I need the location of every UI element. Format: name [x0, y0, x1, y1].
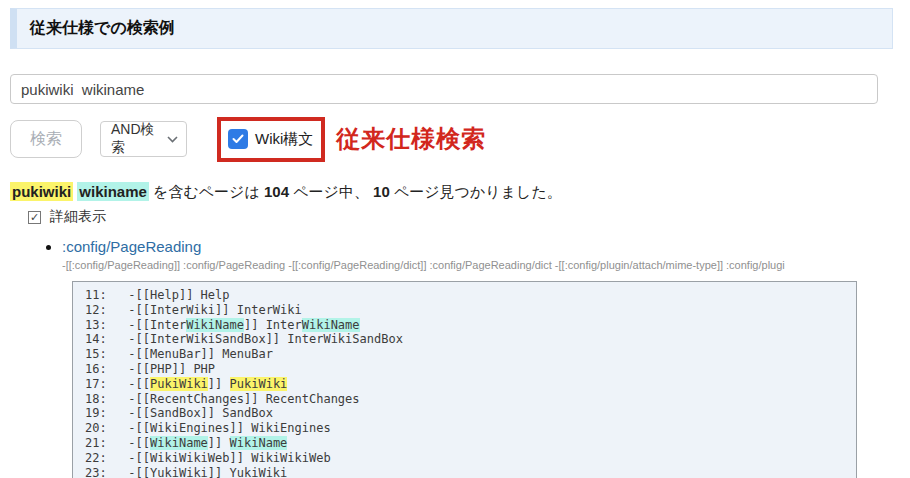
code-line: 13: -[[InterWikiName]] InterWikiName: [85, 318, 856, 333]
detail-checkbox-row[interactable]: 詳細表示: [28, 208, 106, 226]
text-run: -[[RecentChanges]] RecentChanges: [128, 392, 359, 406]
line-number: 12:: [85, 303, 128, 317]
text-run: -[[PHP]] PHP: [128, 362, 215, 376]
text-run: ページ中、: [289, 183, 373, 200]
page: 従来仕様での検索例 検索 AND検索 Wiki構文 従来仕様検索 pukiwik…: [0, 8, 910, 478]
highlighted-term: WikiName: [302, 318, 360, 332]
text-run: ]] Inter: [244, 318, 302, 332]
section-header: 従来仕様での検索例: [10, 8, 893, 49]
result-summary: pukiwiki wikiname を含むページは 104 ページ中、 10 ペ…: [10, 183, 910, 202]
highlighted-term: PukiWiki: [230, 377, 288, 391]
annotation-highlight-box: Wiki構文: [217, 117, 325, 162]
code-block: 11: -[[Help]] Help12: -[[InterWiki]] Int…: [72, 281, 857, 478]
search-input[interactable]: [10, 74, 878, 104]
code-line: 12: -[[InterWiki]] InterWiki: [85, 303, 856, 318]
highlighted-term: WikiName: [230, 436, 288, 450]
text-run: ]]: [208, 377, 230, 391]
result-excerpt: -[[:config/PageReading]] :config/PageRea…: [62, 259, 910, 271]
code-line: 14: -[[InterWikiSandBox]] InterWikiSandB…: [85, 332, 856, 347]
text-run: -[[InterWikiSandBox]] InterWikiSandBox: [128, 332, 403, 346]
result-page-link[interactable]: :config/PageReading: [62, 238, 201, 255]
line-number: 14:: [85, 332, 128, 346]
toolbar: 検索 AND検索 Wiki構文 従来仕様検索: [10, 116, 910, 162]
text-run: ページ見つかりました。: [390, 183, 562, 200]
line-number: 21:: [85, 436, 128, 450]
code-line: 23: -[[YukiWiki]] YukiWiki: [85, 466, 856, 478]
code-line: 21: -[[WikiName]] WikiName: [85, 436, 856, 451]
highlighted-term: WikiName: [150, 436, 208, 450]
line-number: 22:: [85, 451, 128, 465]
code-line: 22: -[[WikiWikiWeb]] WikiWikiWeb: [85, 451, 856, 466]
text-run: -[[WikiEngines]] WikiEngines: [128, 421, 330, 435]
code-line: 19: -[[SandBox]] SandBox: [85, 406, 856, 421]
list-item: :config/PageReading -[[:config/PageReadi…: [62, 238, 910, 271]
highlighted-term: PukiWiki: [150, 377, 208, 391]
text-run: 104: [264, 183, 289, 200]
code-line: 11: -[[Help]] Help: [85, 288, 856, 303]
code-line: 20: -[[WikiEngines]] WikiEngines: [85, 421, 856, 436]
text-run: -[[InterWiki]] InterWiki: [128, 303, 301, 317]
page-title: 従来仕様での検索例: [30, 19, 175, 36]
text-run: -[[MenuBar]] MenuBar: [128, 347, 273, 361]
line-number: 16:: [85, 362, 128, 376]
text-run: -[[: [128, 436, 150, 450]
code-line: 18: -[[RecentChanges]] RecentChanges: [85, 392, 856, 407]
detail-checkbox[interactable]: [28, 211, 41, 224]
chevron-down-icon: [167, 136, 178, 143]
text-run: を含むページは: [149, 183, 264, 200]
wiki-syntax-checkbox[interactable]: [228, 129, 248, 149]
code-line: 16: -[[PHP]] PHP: [85, 362, 856, 377]
annotation-text: 従来仕様検索: [336, 123, 486, 155]
line-number: 19:: [85, 406, 128, 420]
search-mode-value: AND検索: [111, 121, 167, 157]
text-run: -[[YukiWiki]] YukiWiki: [128, 466, 287, 478]
line-number: 20:: [85, 421, 128, 435]
highlighted-term: pukiwiki: [10, 182, 73, 201]
text-run: -[[WikiWikiWeb]] WikiWikiWeb: [128, 451, 330, 465]
highlighted-term: wikiname: [77, 182, 149, 201]
check-icon: [232, 134, 244, 144]
search-mode-select[interactable]: AND検索: [100, 121, 187, 157]
text-run: ]]: [208, 436, 230, 450]
text-run: -[[Inter: [128, 318, 186, 332]
line-number: 11:: [85, 288, 128, 302]
text-run: -[[Help]] Help: [128, 288, 229, 302]
line-number: 23:: [85, 466, 128, 478]
text-run: -[[SandBox]] SandBox: [128, 406, 273, 420]
detail-checkbox-label: 詳細表示: [50, 208, 106, 226]
search-button[interactable]: 検索: [10, 120, 82, 158]
result-list: :config/PageReading -[[:config/PageReadi…: [0, 238, 910, 271]
code-line: 17: -[[PukiWiki]] PukiWiki: [85, 377, 856, 392]
line-number: 18:: [85, 392, 128, 406]
text-run: 10: [373, 183, 390, 200]
line-number: 13:: [85, 318, 128, 332]
wiki-syntax-label: Wiki構文: [255, 130, 313, 149]
text-run: -[[: [128, 377, 150, 391]
line-number: 17:: [85, 377, 128, 391]
code-line: 15: -[[MenuBar]] MenuBar: [85, 347, 856, 362]
line-number: 15:: [85, 347, 128, 361]
highlighted-term: WikiName: [186, 318, 244, 332]
